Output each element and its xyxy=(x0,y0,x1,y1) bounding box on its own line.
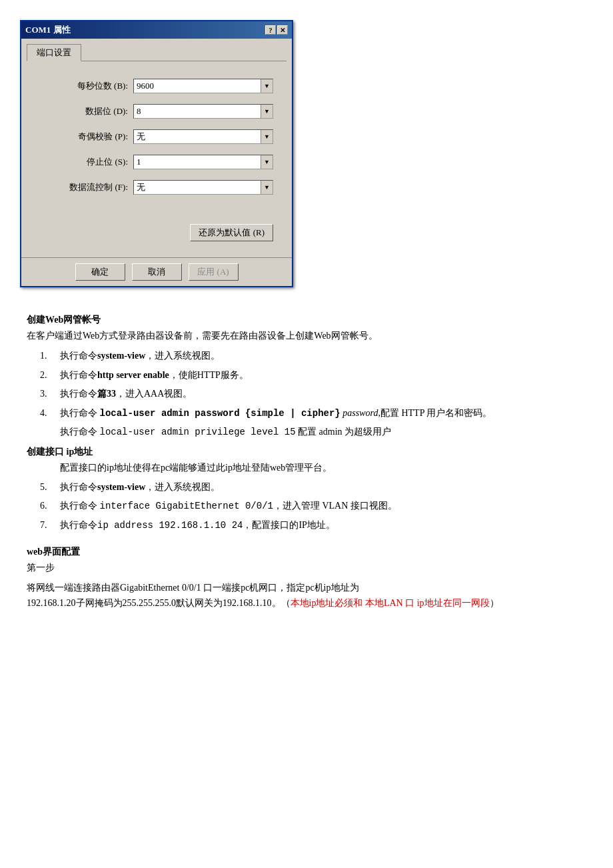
list-item-7: 7. 执行命令ip address 192.168.1.10 24，配置接口的I… xyxy=(27,518,586,533)
restore-btn-area: 还原为默认值 (R) xyxy=(27,219,287,252)
label-databits: 数据位 (D): xyxy=(40,105,133,117)
titlebar-buttons: ? ✕ xyxy=(265,25,288,35)
dialog-container: COM1 属性 ? ✕ 端口设置 每秒位数 (B): 9600 ▼ xyxy=(20,20,293,287)
step-num-1: 1. xyxy=(40,349,60,363)
label-flowctrl: 数据流控制 (F): xyxy=(40,181,133,193)
step-content-2: 执行命令http server enable，使能HTTP服务。 xyxy=(60,368,586,383)
list-item-4: 4. 执行命令 local-user admin password {simpl… xyxy=(27,406,586,421)
apply-button[interactable]: 应用 (A) xyxy=(189,263,239,281)
step-num-2: 2. xyxy=(40,368,60,383)
form-row-baud: 每秒位数 (B): 9600 ▼ xyxy=(40,79,273,93)
dialog-footer: 确定 取消 应用 (A) xyxy=(21,257,292,286)
form-row-stopbits: 停止位 (S): 1 ▼ xyxy=(40,155,273,169)
step-content-5: 执行命令system-view，进入系统视图。 xyxy=(60,480,586,495)
form-row-databits: 数据位 (D): 8 ▼ xyxy=(40,104,273,119)
step-content-6: 执行命令 interface GigabitEthernet 0/0/1，进入管… xyxy=(60,499,586,513)
list-item-3: 3. 执行命令篇33，进入AAA视图。 xyxy=(27,387,586,401)
step4-italic: password, xyxy=(342,408,380,418)
select-stopbits-arrow[interactable]: ▼ xyxy=(261,155,273,169)
step4-code: local-user admin password {simple | ciph… xyxy=(100,408,340,419)
cancel-button[interactable]: 取消 xyxy=(132,263,182,281)
select-databits[interactable]: 8 ▼ xyxy=(133,104,273,119)
step1-bold: system-view xyxy=(97,351,145,361)
label-baud: 每秒位数 (B): xyxy=(40,80,133,92)
select-parity-arrow[interactable]: ▼ xyxy=(261,130,273,143)
tab-port-settings[interactable]: 端口设置 xyxy=(27,44,81,61)
section2-intro: 配置接口的ip地址使得在pc端能够通过此ip地址登陆web管理平台。 xyxy=(27,461,586,475)
list-item-5: 5. 执行命令system-view，进入系统视图。 xyxy=(27,480,586,495)
list-item-6: 6. 执行命令 interface GigabitEthernet 0/0/1，… xyxy=(27,499,586,513)
step6-code: interface GigabitEthernet 0/0/1 xyxy=(100,501,273,511)
step-num-3: 3. xyxy=(40,387,60,401)
step2-bold: http server enable xyxy=(97,370,169,380)
section2-title: 创建接口 ip地址 xyxy=(27,446,586,458)
step-num-6: 6. xyxy=(40,499,60,513)
select-flowctrl-arrow[interactable]: ▼ xyxy=(261,181,273,194)
section3-step: 第一步 xyxy=(27,561,586,575)
step-num-5: 5. xyxy=(40,480,60,495)
label-stopbits: 停止位 (S): xyxy=(40,156,133,168)
dialog-title: COM1 属性 xyxy=(25,24,71,36)
step-num-7: 7. xyxy=(40,518,60,533)
step-content-1: 执行命令system-view，进入系统视图。 xyxy=(60,349,586,363)
section1-title: 创建Web网管帐号 xyxy=(27,314,586,326)
list-item-1: 1. 执行命令system-view，进入系统视图。 xyxy=(27,349,586,363)
dialog-body: 端口设置 每秒位数 (B): 9600 ▼ 数据位 (D): 8 xyxy=(21,39,292,257)
restore-default-button[interactable]: 还原为默认值 (R) xyxy=(190,224,273,241)
select-flowctrl[interactable]: 无 ▼ xyxy=(133,180,273,195)
step-content-3: 执行命令篇33，进入AAA视图。 xyxy=(60,387,586,401)
step-num-4: 4. xyxy=(40,406,60,421)
com-properties-dialog: COM1 属性 ? ✕ 端口设置 每秒位数 (B): 9600 ▼ xyxy=(20,20,293,287)
step-content-4: 执行命令 local-user admin password {simple |… xyxy=(60,406,586,421)
select-databits-arrow[interactable]: ▼ xyxy=(261,105,273,118)
list-item-2: 2. 执行命令http server enable，使能HTTP服务。 xyxy=(27,368,586,383)
select-flowctrl-value: 无 xyxy=(135,181,261,193)
select-databits-value: 8 xyxy=(135,106,261,117)
main-content: 创建Web网管帐号 在客户端通过Web方式登录路由器设备前，需要先在路由器设备上… xyxy=(20,314,593,611)
label-parity: 奇偶校验 (P): xyxy=(40,131,133,143)
select-baud-arrow[interactable]: ▼ xyxy=(261,79,273,93)
select-stopbits[interactable]: 1 ▼ xyxy=(133,155,273,169)
select-baud[interactable]: 9600 ▼ xyxy=(133,79,273,93)
select-parity-value: 无 xyxy=(135,131,261,143)
step-content-7: 执行命令ip address 192.168.1.10 24，配置接口的IP地址… xyxy=(60,518,586,533)
form-row-flowctrl: 数据流控制 (F): 无 ▼ xyxy=(40,180,273,195)
select-stopbits-value: 1 xyxy=(135,157,261,167)
step3-bold: 篇33 xyxy=(97,389,116,399)
select-parity[interactable]: 无 ▼ xyxy=(133,129,273,144)
step5-bold: system-view xyxy=(97,482,145,492)
confirm-button[interactable]: 确定 xyxy=(75,263,125,281)
section3-para: 将网线一端连接路由器GigabitEthernet 0/0/1 口一端接pc机网… xyxy=(27,581,586,611)
help-button[interactable]: ? xyxy=(265,25,276,35)
section1-intro: 在客户端通过Web方式登录路由器设备前，需要先在路由器设备上创建Web网管帐号。 xyxy=(27,329,586,343)
red-highlight-text: 本地ip地址必须和 本地LAN 口 ip地址在同一网段 xyxy=(291,598,490,608)
step7-code: ip address 192.168.1.10 24 xyxy=(97,520,243,531)
tab-bar: 端口设置 xyxy=(27,44,287,61)
close-button[interactable]: ✕ xyxy=(277,25,288,35)
form-row-parity: 奇偶校验 (P): 无 ▼ xyxy=(40,129,273,144)
indent-text-1: 执行命令 local-user admin privilege level 15… xyxy=(27,425,586,439)
indent-code-1: local-user admin privilege level 15 xyxy=(100,427,296,437)
section3-title: web界面配置 xyxy=(27,546,586,558)
form-area: 每秒位数 (B): 9600 ▼ 数据位 (D): 8 ▼ 奇偶校验 xyxy=(27,72,287,219)
select-baud-value: 9600 xyxy=(135,81,261,91)
dialog-titlebar: COM1 属性 ? ✕ xyxy=(21,21,292,39)
